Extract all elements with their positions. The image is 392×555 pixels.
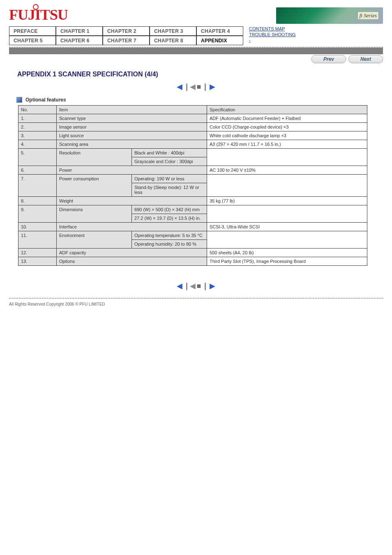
spec-table: No. Item Specification 1.Scanner typeADF…: [18, 105, 367, 266]
table-row: 13.OptionsThird Party Slot (TPS), Image …: [18, 257, 367, 266]
table-row: 9.Dimensions690 (W) × 500 (D) × 342 (H) …: [18, 205, 367, 214]
table-row: 8.Weight35 kg (77 lb): [18, 197, 367, 205]
nav-last-icon[interactable]: ❙: [202, 82, 208, 91]
nav-next-icon[interactable]: ▶: [210, 82, 215, 91]
section-bullet-icon: [16, 97, 22, 103]
table-row: 11.EnvironmentOperating temperature: 5 t…: [18, 231, 367, 240]
section-bar: [9, 48, 383, 54]
tab-chapter-7[interactable]: CHAPTER 7: [103, 36, 150, 45]
nav-prev-icon[interactable]: ◀: [177, 82, 182, 91]
nav-last-icon[interactable]: ❙: [202, 281, 208, 290]
tab-chapter-1[interactable]: CHAPTER 1: [56, 26, 103, 36]
link-contents-map[interactable]: CONTENTS MAP: [249, 26, 383, 31]
table-row: 10.InterfaceSCSI-3, Ultra-Wide SCSI: [18, 223, 367, 231]
nav-first-icon[interactable]: ❙◀: [184, 281, 196, 290]
prev-page-button[interactable]: Prev: [311, 55, 346, 63]
table-row: 7.Power consumptionOperating: 190 W or l…: [18, 175, 367, 183]
tab-chapter-4[interactable]: CHAPTER 4: [196, 26, 243, 36]
th-item: Item: [57, 106, 207, 114]
tab-chapter-2[interactable]: CHAPTER 2: [103, 26, 150, 36]
section-heading: Optional features: [25, 97, 66, 103]
table-row: 3.Light sourceWhite cold cathode dischar…: [18, 131, 367, 140]
nav-stop-icon[interactable]: ■: [197, 83, 201, 91]
tab-chapter-5[interactable]: CHAPTER 5: [9, 36, 56, 45]
tab-chapter-6[interactable]: CHAPTER 6: [56, 36, 103, 45]
tab-appendix[interactable]: APPENDIX: [196, 36, 243, 45]
tab-chapter-8[interactable]: CHAPTER 8: [150, 36, 196, 45]
page-title: APPENDIX 1 SCANNER SPECIFICATION (4/4): [17, 71, 371, 78]
th-no: No.: [18, 106, 57, 114]
tab-preface[interactable]: PREFACE: [9, 26, 56, 36]
divider-bottom: [9, 298, 383, 299]
tab-chapter-3[interactable]: CHAPTER 3: [150, 26, 196, 36]
series-banner: fi Series: [276, 7, 383, 24]
nav-next-icon[interactable]: ▶: [210, 281, 215, 290]
nav-stop-icon[interactable]: ■: [197, 282, 201, 290]
table-row: 2.Image sensorColor CCD (Charge-coupled …: [18, 123, 367, 131]
table-row: 5.ResolutionBlack and White : 400dpi: [18, 149, 367, 157]
top-overlay-nav: ◀ ❙◀ ■ ❙ ▶: [0, 82, 392, 91]
link-troubleshooting[interactable]: TROUBLE SHOOTING: [249, 32, 383, 37]
th-spec: Specification: [207, 106, 367, 114]
nav-prev-icon[interactable]: ◀: [177, 281, 182, 290]
series-badge: fi Series: [357, 12, 379, 20]
nav-first-icon[interactable]: ❙◀: [184, 82, 196, 91]
link-dash[interactable]: -: [249, 38, 383, 43]
copyright: All Rights Reserved Copyright 2006 © PFU…: [0, 302, 392, 315]
table-row: 6.PowerAC 100 to 240 V ±10%: [18, 166, 367, 175]
table-row: 12.ADF capacity500 sheets (A4, 20 lb): [18, 249, 367, 257]
fujitsu-logo: FUJITSU: [9, 7, 68, 22]
next-page-button[interactable]: Next: [348, 55, 383, 63]
table-row: 4.Scanning areaA3 (297 × 420 mm / 11.7 ×…: [18, 140, 367, 149]
table-row: 1.Scanner typeADF (Automatic Document Fe…: [18, 114, 367, 123]
bottom-overlay-nav: ◀ ❙◀ ■ ❙ ▶: [0, 281, 392, 290]
